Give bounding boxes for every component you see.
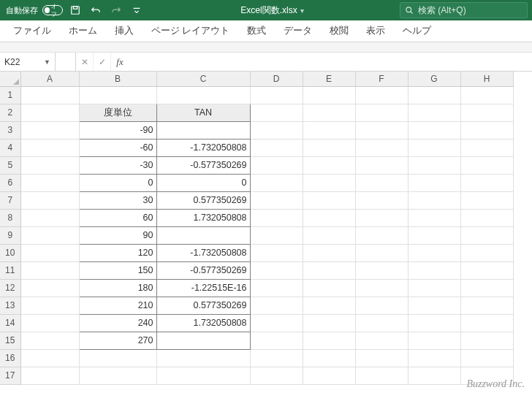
row-header[interactable]: 8 xyxy=(0,209,20,226)
cell[interactable] xyxy=(250,86,303,104)
cell[interactable] xyxy=(460,104,513,121)
qat-customize-icon[interactable] xyxy=(129,2,145,18)
redo-icon[interactable] xyxy=(108,2,124,18)
cell[interactable] xyxy=(408,367,460,384)
cell[interactable] xyxy=(156,226,250,244)
cell[interactable] xyxy=(303,104,355,121)
chevron-down-icon[interactable]: ▼ xyxy=(44,58,50,66)
tab-file[interactable]: ファイル xyxy=(12,20,53,42)
cell[interactable] xyxy=(20,191,79,209)
row-header[interactable]: 3 xyxy=(0,121,20,139)
cell[interactable] xyxy=(250,104,303,121)
cell[interactable] xyxy=(460,314,513,332)
cell[interactable] xyxy=(303,226,355,244)
tab-data[interactable]: データ xyxy=(282,20,314,42)
cell[interactable] xyxy=(408,104,460,121)
cell[interactable] xyxy=(20,244,79,261)
cell[interactable] xyxy=(20,332,79,349)
row-header[interactable]: 16 xyxy=(0,349,20,367)
cell[interactable]: 210 xyxy=(79,297,156,314)
cell[interactable] xyxy=(250,156,303,174)
cell[interactable]: 0.577350269 xyxy=(156,191,250,209)
cell[interactable] xyxy=(303,191,355,209)
row-header[interactable]: 12 xyxy=(0,279,20,297)
cell[interactable] xyxy=(20,349,79,367)
cell[interactable]: 0 xyxy=(79,174,156,191)
cell[interactable] xyxy=(20,367,79,384)
cell[interactable] xyxy=(408,279,460,297)
cell[interactable] xyxy=(250,314,303,332)
cancel-formula-button[interactable]: ✕ xyxy=(76,53,94,71)
cell[interactable] xyxy=(408,244,460,261)
cell[interactable]: -60 xyxy=(79,139,156,156)
save-icon[interactable] xyxy=(67,2,83,18)
cell[interactable]: -1.732050808 xyxy=(156,139,250,156)
cell[interactable] xyxy=(408,191,460,209)
cell[interactable] xyxy=(250,226,303,244)
cell[interactable]: 180 xyxy=(79,279,156,297)
cell[interactable] xyxy=(408,139,460,156)
column-header[interactable]: D xyxy=(250,72,303,86)
cell[interactable] xyxy=(355,332,408,349)
cell[interactable]: 度単位 xyxy=(79,104,156,121)
cell[interactable] xyxy=(408,349,460,367)
cell[interactable] xyxy=(250,191,303,209)
row-header[interactable]: 2 xyxy=(0,104,20,121)
cell[interactable] xyxy=(20,174,79,191)
fx-icon[interactable]: fx xyxy=(111,53,129,71)
cell[interactable] xyxy=(460,156,513,174)
column-header[interactable]: B xyxy=(79,72,156,86)
cell[interactable] xyxy=(20,209,79,226)
cell[interactable] xyxy=(20,297,79,314)
cell[interactable] xyxy=(303,86,355,104)
cell[interactable] xyxy=(408,226,460,244)
cell[interactable] xyxy=(79,86,156,104)
cell[interactable] xyxy=(20,261,79,279)
tab-insert[interactable]: 挿入 xyxy=(113,20,135,42)
cell[interactable] xyxy=(408,332,460,349)
cell[interactable] xyxy=(460,86,513,104)
cell[interactable] xyxy=(408,261,460,279)
tab-view[interactable]: 表示 xyxy=(365,20,387,42)
cell[interactable] xyxy=(460,191,513,209)
row-header[interactable]: 14 xyxy=(0,314,20,332)
column-header[interactable]: H xyxy=(460,72,513,86)
cell[interactable]: 270 xyxy=(79,332,156,349)
row-header[interactable]: 9 xyxy=(0,226,20,244)
row-header[interactable]: 6 xyxy=(0,174,20,191)
cell[interactable] xyxy=(460,279,513,297)
cell[interactable] xyxy=(460,121,513,139)
column-header[interactable]: C xyxy=(156,72,250,86)
cell[interactable] xyxy=(303,244,355,261)
cell[interactable] xyxy=(355,209,408,226)
cell[interactable] xyxy=(250,367,303,384)
cell[interactable]: TAN xyxy=(156,104,250,121)
cell[interactable]: 1.732050808 xyxy=(156,314,250,332)
tab-pagelayout[interactable]: ページ レイアウト xyxy=(150,20,231,42)
cell[interactable] xyxy=(355,86,408,104)
formula-input[interactable] xyxy=(129,53,532,71)
cell[interactable] xyxy=(460,139,513,156)
cell[interactable] xyxy=(303,121,355,139)
cell[interactable] xyxy=(250,244,303,261)
column-header[interactable]: A xyxy=(20,72,79,86)
cell[interactable] xyxy=(355,244,408,261)
chevron-down-icon[interactable]: ▾ xyxy=(300,7,304,15)
cell[interactable] xyxy=(355,139,408,156)
cell[interactable] xyxy=(460,297,513,314)
cell[interactable] xyxy=(303,279,355,297)
cell[interactable] xyxy=(156,121,250,139)
enter-formula-button[interactable]: ✓ xyxy=(94,53,111,71)
cell[interactable]: -1.22515E-16 xyxy=(156,279,250,297)
cell[interactable] xyxy=(355,367,408,384)
cell[interactable] xyxy=(250,139,303,156)
cell[interactable] xyxy=(303,349,355,367)
cell[interactable] xyxy=(408,209,460,226)
cell[interactable] xyxy=(250,261,303,279)
cell[interactable] xyxy=(460,226,513,244)
cell[interactable] xyxy=(408,297,460,314)
search-input[interactable]: 検索 (Alt+Q) xyxy=(400,2,528,18)
row-header[interactable]: 1 xyxy=(0,86,20,104)
cell[interactable] xyxy=(355,191,408,209)
row-header[interactable]: 4 xyxy=(0,139,20,156)
